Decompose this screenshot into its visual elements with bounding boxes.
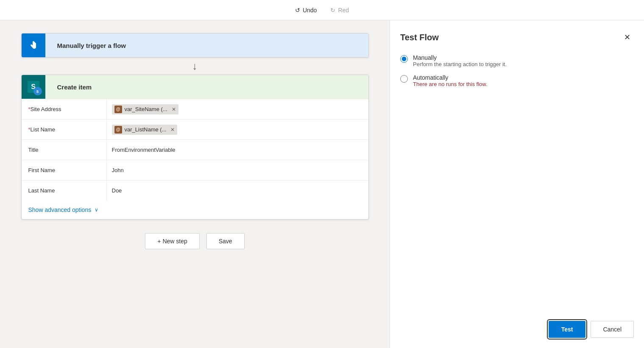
manually-option[interactable]: Manually Perform the starting action to …	[400, 54, 634, 67]
first-name-value[interactable]: John	[106, 160, 368, 180]
panel-footer: Test Cancel	[400, 311, 634, 338]
last-name-label: Last Name	[22, 181, 106, 200]
create-item-block[interactable]: S s Create item Site Address @ var_SiteN…	[21, 75, 369, 220]
trigger-block[interactable]: Manually trigger a flow	[21, 33, 369, 58]
test-options-group: Manually Perform the starting action to …	[400, 54, 634, 87]
last-name-row: Last Name Doe	[22, 180, 368, 200]
show-advanced-label: Show advanced options	[28, 206, 92, 213]
title-row: Title FromEnvironmentVariable	[22, 139, 368, 160]
redo-label: Red	[338, 7, 349, 14]
site-name-tag-close[interactable]: ✕	[172, 106, 176, 112]
create-block-header: S s Create item	[22, 75, 368, 99]
site-name-tag-text: var_SiteName (...	[125, 106, 167, 112]
trigger-block-title: Manually trigger a flow	[50, 42, 133, 49]
save-button[interactable]: Save	[206, 233, 245, 249]
site-name-tag: @ var_SiteName (... ✕	[112, 104, 178, 114]
test-button[interactable]: Test	[549, 321, 586, 338]
automatically-label: Automatically	[413, 74, 488, 81]
chevron-down-icon: ∨	[95, 207, 98, 213]
sharepoint-overlay-icon: s	[33, 87, 42, 95]
down-arrow-icon: ↓	[192, 60, 198, 72]
manually-radio[interactable]	[400, 55, 408, 63]
panel-title: Test Flow	[400, 33, 439, 42]
site-address-label: Site Address	[22, 99, 106, 119]
redo-icon: ↻	[330, 7, 335, 14]
first-name-text: John	[112, 167, 124, 173]
trigger-icon-bg	[22, 33, 45, 57]
title-label: Title	[22, 140, 106, 160]
automatically-option[interactable]: Automatically There are no runs for this…	[400, 74, 634, 87]
site-address-value[interactable]: @ var_SiteName (... ✕	[106, 99, 368, 119]
first-name-row: First Name John	[22, 160, 368, 180]
arrow-connector: ↓	[192, 58, 198, 75]
panel-header: Test Flow ✕	[400, 31, 634, 44]
undo-label: Undo	[303, 7, 317, 14]
hand-icon	[28, 39, 39, 51]
flow-container: Manually trigger a flow ↓ S s Create ite…	[21, 33, 369, 249]
new-step-button[interactable]: + New step	[145, 233, 199, 249]
manually-label-group: Manually Perform the starting action to …	[413, 54, 507, 67]
site-address-row: Site Address @ var_SiteName (... ✕	[22, 99, 368, 119]
last-name-text: Doe	[112, 187, 122, 194]
automatically-radio[interactable]	[400, 75, 408, 83]
manually-label: Manually	[413, 54, 507, 61]
site-name-tag-icon: @	[114, 106, 122, 113]
list-name-tag: @ var_ListName (... ✕	[112, 125, 178, 135]
trigger-block-header: Manually trigger a flow	[22, 33, 368, 57]
last-name-value[interactable]: Doe	[106, 181, 368, 200]
bottom-actions: + New step Save	[145, 233, 244, 249]
show-advanced-options[interactable]: Show advanced options ∨	[22, 200, 368, 219]
list-name-tag-icon: @	[114, 126, 122, 134]
manually-sublabel: Perform the starting action to trigger i…	[413, 61, 507, 67]
list-name-tag-text: var_ListName (...	[125, 126, 167, 133]
list-name-row: List Name @ var_ListName (... ✕	[22, 119, 368, 139]
undo-icon: ↺	[295, 7, 300, 14]
right-panel: Test Flow ✕ Manually Perform the startin…	[390, 20, 644, 348]
create-item-title: Create item	[50, 84, 99, 91]
title-text: FromEnvironmentVariable	[112, 147, 176, 153]
sharepoint-icon-bg: S s	[22, 75, 45, 99]
list-name-label: List Name	[22, 120, 106, 139]
canvas-area: Manually trigger a flow ↓ S s Create ite…	[0, 20, 390, 348]
redo-action[interactable]: ↻ Red	[330, 7, 349, 14]
top-bar: ↺ Undo ↻ Red	[0, 0, 644, 20]
main-layout: Manually trigger a flow ↓ S s Create ite…	[0, 20, 644, 348]
automatically-error: There are no runs for this flow.	[413, 81, 488, 87]
create-item-form: Site Address @ var_SiteName (... ✕ List …	[22, 99, 368, 219]
cancel-button[interactable]: Cancel	[591, 321, 634, 338]
list-name-value[interactable]: @ var_ListName (... ✕	[106, 120, 368, 139]
title-value[interactable]: FromEnvironmentVariable	[106, 140, 368, 160]
close-panel-button[interactable]: ✕	[620, 31, 634, 44]
automatically-label-group: Automatically There are no runs for this…	[413, 74, 488, 87]
list-name-tag-close[interactable]: ✕	[170, 127, 175, 133]
undo-action[interactable]: ↺ Undo	[295, 7, 317, 14]
first-name-label: First Name	[22, 160, 106, 180]
